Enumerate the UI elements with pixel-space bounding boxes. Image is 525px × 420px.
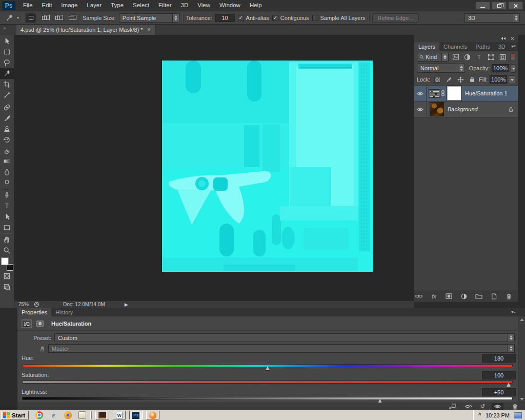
properties-scrollbar[interactable] xyxy=(518,316,525,403)
contiguous-checkbox[interactable]: ✓ xyxy=(272,15,278,21)
collapse-panels-icon[interactable] xyxy=(501,37,506,40)
tab-layers[interactable]: Layers xyxy=(414,42,439,51)
opacity-dropdown-icon[interactable] xyxy=(511,64,515,73)
new-adjustment-layer-button[interactable] xyxy=(459,292,469,301)
menu-filter[interactable]: Filter xyxy=(154,0,176,11)
menu-type[interactable]: Type xyxy=(106,0,128,11)
rectangle-shape-tool-button[interactable] xyxy=(0,222,14,233)
hue-slider[interactable] xyxy=(22,364,513,367)
lock-all-button[interactable] xyxy=(467,75,477,84)
tab-properties[interactable]: Properties xyxy=(17,308,51,316)
folder-shortcut-icon[interactable] xyxy=(78,411,86,419)
close-panel-icon[interactable] xyxy=(510,36,514,41)
hue-slider-thumb[interactable] xyxy=(266,366,270,370)
history-brush-tool-button[interactable] xyxy=(0,134,14,145)
new-layer-button[interactable] xyxy=(489,292,498,301)
minimize-button[interactable] xyxy=(475,2,490,10)
canvas-workspace[interactable] xyxy=(14,35,414,301)
delete-layer-button[interactable] xyxy=(504,292,514,301)
layer-name[interactable]: Hue/Saturation 1 xyxy=(465,90,508,96)
new-group-button[interactable] xyxy=(474,292,483,301)
type-tool-button[interactable]: T xyxy=(0,201,14,211)
saturation-slider-thumb[interactable] xyxy=(507,383,511,387)
clone-stamp-tool-button[interactable] xyxy=(0,124,14,134)
screen-mode-button[interactable] xyxy=(0,282,14,292)
zoom-level-field[interactable]: 25% xyxy=(18,302,29,307)
sample-all-layers-checkbox[interactable] xyxy=(312,15,318,21)
contiguous-option[interactable]: ✓ Contiguous xyxy=(272,15,309,21)
blur-tool-button[interactable] xyxy=(0,167,14,177)
tools-panel-collapse-icon[interactable]: » xyxy=(3,26,5,31)
mask-properties-icon[interactable] xyxy=(35,319,45,328)
anti-alias-checkbox[interactable]: ✓ xyxy=(238,15,244,21)
panel-menu-icon[interactable]: ▾≡ xyxy=(511,44,516,49)
adjustment-layer-thumbnail[interactable] xyxy=(429,89,440,98)
hue-value-field[interactable]: 180 xyxy=(482,354,516,363)
menu-3d[interactable]: 3D xyxy=(176,0,193,11)
foreground-color-swatch[interactable] xyxy=(1,257,9,265)
layer-filtering-toggle[interactable] xyxy=(511,53,515,61)
layer-visibility-cell[interactable] xyxy=(414,86,427,102)
fill-dropdown-icon[interactable] xyxy=(509,75,515,84)
layer-style-button[interactable]: fx xyxy=(429,292,438,301)
selection-mode-new-button[interactable] xyxy=(26,13,36,23)
dropdown-spinner-icon[interactable] xyxy=(172,14,179,22)
tab-channels[interactable]: Channels xyxy=(439,42,471,51)
layer-row-hue-saturation[interactable]: Hue/Saturation 1 xyxy=(414,86,518,102)
menu-select[interactable]: Select xyxy=(128,0,154,11)
gradient-tool-button[interactable] xyxy=(0,156,14,167)
eraser-tool-button[interactable] xyxy=(0,145,14,156)
layer-mask-thumbnail[interactable] xyxy=(447,86,461,101)
filter-pixel-layers-button[interactable] xyxy=(451,53,460,61)
dropdown-spinner-icon[interactable] xyxy=(508,334,514,342)
dropdown-spinner-icon[interactable] xyxy=(513,14,519,22)
menu-edit[interactable]: Edit xyxy=(37,0,57,11)
tolerance-input[interactable]: 10 xyxy=(215,14,235,22)
lock-transparency-button[interactable] xyxy=(432,75,442,84)
anti-alias-option[interactable]: ✓ Anti-alias xyxy=(238,15,269,21)
quick-mask-mode-button[interactable] xyxy=(0,271,14,282)
magic-wand-tool-button[interactable] xyxy=(0,68,14,79)
menu-file[interactable]: File xyxy=(18,0,37,11)
dodge-tool-button[interactable] xyxy=(0,177,14,188)
network-tray-icon[interactable] xyxy=(514,412,522,418)
menu-view[interactable]: View xyxy=(193,0,215,11)
targeted-adjustment-tool-button[interactable] xyxy=(37,345,48,352)
layer-image-thumbnail[interactable] xyxy=(430,102,444,116)
panel-menu-icon[interactable]: ▾≡ xyxy=(511,310,516,314)
hand-tool-button[interactable] xyxy=(0,234,14,245)
task-button-photoshop[interactable]: Ps xyxy=(129,411,143,419)
tool-preset-picker[interactable] xyxy=(4,14,14,22)
channel-dropdown[interactable]: Master xyxy=(48,344,515,353)
eyedropper-tool-button[interactable] xyxy=(0,90,14,101)
refine-edge-button[interactable]: Refine Edge... xyxy=(372,13,419,23)
layer-row-background[interactable]: Background xyxy=(414,102,518,117)
saturation-value-field[interactable]: 100 xyxy=(482,371,516,379)
task-button-app1[interactable] xyxy=(95,411,109,419)
filter-adjustment-layers-button[interactable] xyxy=(462,53,472,61)
saturation-slider[interactable] xyxy=(22,381,513,384)
firefox-icon[interactable] xyxy=(64,411,72,419)
filter-type-layers-button[interactable]: T xyxy=(474,53,484,61)
tab-history[interactable]: History xyxy=(51,308,77,316)
dropdown-spinner-icon[interactable] xyxy=(441,53,448,61)
mask-link-icon[interactable] xyxy=(440,90,446,97)
dropdown-spinner-icon[interactable] xyxy=(508,345,514,352)
close-button[interactable] xyxy=(508,2,523,10)
selection-mode-intersect-button[interactable] xyxy=(66,13,76,23)
move-tool-button[interactable] xyxy=(0,36,14,47)
dropdown-spinner-icon[interactable] xyxy=(458,64,465,72)
opacity-field[interactable]: 100% xyxy=(492,64,509,72)
document-tab-close-icon[interactable]: × xyxy=(147,27,151,33)
taskbar-grip[interactable] xyxy=(90,411,92,419)
scroll-down-icon[interactable] xyxy=(520,398,524,401)
layer-visibility-cell[interactable] xyxy=(414,102,427,117)
layer-name[interactable]: Background xyxy=(448,106,478,112)
spot-healing-brush-tool-button[interactable] xyxy=(0,102,14,113)
menu-window[interactable]: Window xyxy=(215,0,245,11)
layer-list-empty-area[interactable] xyxy=(414,117,518,291)
internet-explorer-icon[interactable]: e xyxy=(50,411,57,419)
restore-button[interactable] xyxy=(492,2,507,10)
task-button-word[interactable]: W xyxy=(113,411,126,419)
rectangular-marquee-tool-button[interactable] xyxy=(0,47,14,57)
